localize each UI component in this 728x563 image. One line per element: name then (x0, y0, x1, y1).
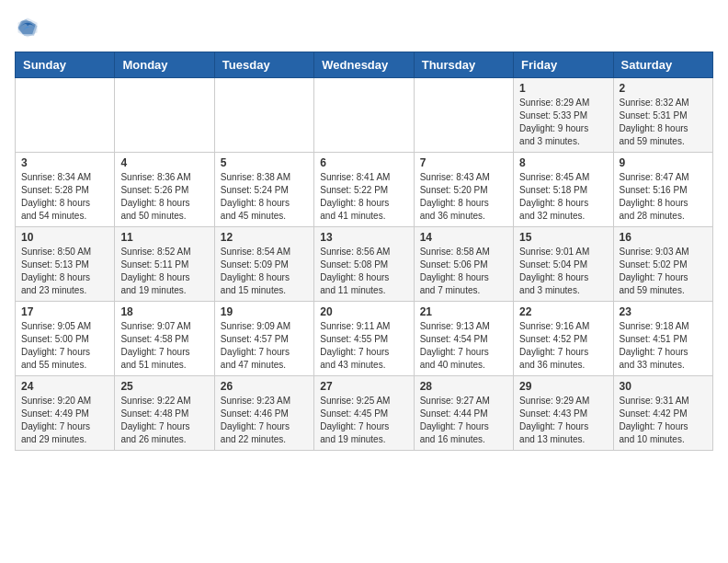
day-number: 19 (221, 305, 308, 318)
calendar-cell (314, 78, 414, 153)
calendar-cell: 3Sunrise: 8:34 AM Sunset: 5:28 PM Daylig… (16, 153, 115, 227)
day-number: 4 (120, 156, 208, 169)
column-header-monday: Monday (115, 52, 214, 78)
day-details: Sunrise: 9:07 AM Sunset: 4:58 PM Dayligh… (120, 320, 208, 372)
column-header-wednesday: Wednesday (314, 52, 414, 78)
day-number: 8 (519, 156, 607, 169)
calendar-cell: 28Sunrise: 9:27 AM Sunset: 4:44 PM Dayli… (414, 376, 513, 451)
day-number: 11 (120, 231, 208, 244)
calendar-cell: 22Sunrise: 9:16 AM Sunset: 4:52 PM Dayli… (514, 302, 613, 376)
calendar-cell: 6Sunrise: 8:41 AM Sunset: 5:22 PM Daylig… (314, 153, 414, 227)
day-details: Sunrise: 9:22 AM Sunset: 4:48 PM Dayligh… (120, 395, 208, 446)
day-details: Sunrise: 9:13 AM Sunset: 4:54 PM Dayligh… (420, 320, 507, 372)
calendar-cell (214, 78, 313, 153)
day-details: Sunrise: 8:38 AM Sunset: 5:24 PM Dayligh… (221, 171, 308, 223)
day-number: 13 (320, 231, 407, 244)
calendar-week-row: 10Sunrise: 8:50 AM Sunset: 5:13 PM Dayli… (16, 227, 713, 302)
calendar-table: SundayMondayTuesdayWednesdayThursdayFrid… (15, 52, 713, 451)
day-number: 14 (420, 231, 507, 244)
day-number: 21 (420, 305, 507, 318)
day-details: Sunrise: 8:56 AM Sunset: 5:08 PM Dayligh… (320, 246, 407, 297)
day-number: 9 (620, 156, 707, 169)
calendar-header-row: SundayMondayTuesdayWednesdayThursdayFrid… (16, 52, 713, 78)
day-number: 2 (620, 82, 707, 95)
day-number: 29 (519, 380, 607, 393)
calendar-cell (16, 78, 115, 153)
day-number: 30 (620, 380, 707, 393)
day-details: Sunrise: 8:45 AM Sunset: 5:18 PM Dayligh… (519, 171, 607, 223)
calendar-cell: 23Sunrise: 9:18 AM Sunset: 4:51 PM Dayli… (613, 302, 712, 376)
day-number: 28 (420, 380, 507, 393)
calendar-cell: 25Sunrise: 9:22 AM Sunset: 4:48 PM Dayli… (115, 376, 214, 451)
day-details: Sunrise: 9:11 AM Sunset: 4:55 PM Dayligh… (320, 320, 407, 372)
calendar-cell: 21Sunrise: 9:13 AM Sunset: 4:54 PM Dayli… (414, 302, 513, 376)
calendar-week-row: 3Sunrise: 8:34 AM Sunset: 5:28 PM Daylig… (16, 153, 713, 227)
calendar-cell: 30Sunrise: 9:31 AM Sunset: 4:42 PM Dayli… (613, 376, 712, 451)
column-header-thursday: Thursday (414, 52, 513, 78)
day-number: 23 (620, 305, 707, 318)
calendar-cell: 11Sunrise: 8:52 AM Sunset: 5:11 PM Dayli… (115, 227, 214, 302)
calendar-cell (115, 78, 214, 153)
calendar-cell: 12Sunrise: 8:54 AM Sunset: 5:09 PM Dayli… (214, 227, 313, 302)
day-number: 7 (420, 156, 507, 169)
day-number: 25 (120, 380, 208, 393)
day-details: Sunrise: 9:29 AM Sunset: 4:43 PM Dayligh… (519, 395, 607, 446)
day-details: Sunrise: 9:31 AM Sunset: 4:42 PM Dayligh… (620, 395, 707, 446)
day-details: Sunrise: 8:34 AM Sunset: 5:28 PM Dayligh… (21, 171, 108, 223)
day-details: Sunrise: 8:47 AM Sunset: 5:16 PM Dayligh… (620, 171, 707, 223)
calendar-cell: 10Sunrise: 8:50 AM Sunset: 5:13 PM Dayli… (16, 227, 115, 302)
day-details: Sunrise: 9:05 AM Sunset: 5:00 PM Dayligh… (21, 320, 108, 372)
day-details: Sunrise: 8:32 AM Sunset: 5:31 PM Dayligh… (620, 97, 707, 148)
calendar-cell: 5Sunrise: 8:38 AM Sunset: 5:24 PM Daylig… (214, 153, 313, 227)
day-details: Sunrise: 8:43 AM Sunset: 5:20 PM Dayligh… (420, 171, 507, 223)
day-details: Sunrise: 8:52 AM Sunset: 5:11 PM Dayligh… (120, 246, 208, 297)
page-header (15, 15, 713, 40)
day-details: Sunrise: 8:54 AM Sunset: 5:09 PM Dayligh… (221, 246, 308, 297)
day-details: Sunrise: 9:20 AM Sunset: 4:49 PM Dayligh… (21, 395, 108, 446)
day-details: Sunrise: 9:16 AM Sunset: 4:52 PM Dayligh… (519, 320, 607, 372)
calendar-cell: 19Sunrise: 9:09 AM Sunset: 4:57 PM Dayli… (214, 302, 313, 376)
day-number: 12 (221, 231, 308, 244)
calendar-cell: 27Sunrise: 9:25 AM Sunset: 4:45 PM Dayli… (314, 376, 414, 451)
day-details: Sunrise: 8:29 AM Sunset: 5:33 PM Dayligh… (519, 97, 607, 148)
calendar-cell: 18Sunrise: 9:07 AM Sunset: 4:58 PM Dayli… (115, 302, 214, 376)
day-number: 27 (320, 380, 407, 393)
day-details: Sunrise: 9:03 AM Sunset: 5:02 PM Dayligh… (620, 246, 707, 297)
day-number: 16 (620, 231, 707, 244)
day-details: Sunrise: 9:23 AM Sunset: 4:46 PM Dayligh… (221, 395, 308, 446)
calendar-cell: 7Sunrise: 8:43 AM Sunset: 5:20 PM Daylig… (414, 153, 513, 227)
calendar-cell: 20Sunrise: 9:11 AM Sunset: 4:55 PM Dayli… (314, 302, 414, 376)
calendar-cell: 29Sunrise: 9:29 AM Sunset: 4:43 PM Dayli… (514, 376, 613, 451)
day-details: Sunrise: 9:18 AM Sunset: 4:51 PM Dayligh… (620, 320, 707, 372)
day-number: 5 (221, 156, 308, 169)
calendar-cell: 17Sunrise: 9:05 AM Sunset: 5:00 PM Dayli… (16, 302, 115, 376)
day-number: 26 (221, 380, 308, 393)
calendar-week-row: 1Sunrise: 8:29 AM Sunset: 5:33 PM Daylig… (16, 78, 713, 153)
day-details: Sunrise: 8:41 AM Sunset: 5:22 PM Dayligh… (320, 171, 407, 223)
calendar-cell: 24Sunrise: 9:20 AM Sunset: 4:49 PM Dayli… (16, 376, 115, 451)
column-header-saturday: Saturday (613, 52, 712, 78)
day-number: 3 (21, 156, 108, 169)
calendar-cell: 8Sunrise: 8:45 AM Sunset: 5:18 PM Daylig… (514, 153, 613, 227)
day-details: Sunrise: 8:58 AM Sunset: 5:06 PM Dayligh… (420, 246, 507, 297)
day-number: 1 (519, 82, 607, 95)
day-details: Sunrise: 9:09 AM Sunset: 4:57 PM Dayligh… (221, 320, 308, 372)
calendar-cell: 9Sunrise: 8:47 AM Sunset: 5:16 PM Daylig… (613, 153, 712, 227)
column-header-tuesday: Tuesday (214, 52, 313, 78)
logo (15, 15, 44, 40)
day-details: Sunrise: 9:25 AM Sunset: 4:45 PM Dayligh… (320, 395, 407, 446)
calendar-cell: 1Sunrise: 8:29 AM Sunset: 5:33 PM Daylig… (514, 78, 613, 153)
calendar-week-row: 24Sunrise: 9:20 AM Sunset: 4:49 PM Dayli… (16, 376, 713, 451)
day-number: 20 (320, 305, 407, 318)
calendar-week-row: 17Sunrise: 9:05 AM Sunset: 5:00 PM Dayli… (16, 302, 713, 376)
logo-icon (15, 15, 40, 40)
calendar-cell: 4Sunrise: 8:36 AM Sunset: 5:26 PM Daylig… (115, 153, 214, 227)
day-details: Sunrise: 9:27 AM Sunset: 4:44 PM Dayligh… (420, 395, 507, 446)
day-details: Sunrise: 9:01 AM Sunset: 5:04 PM Dayligh… (519, 246, 607, 297)
day-number: 17 (21, 305, 108, 318)
column-header-friday: Friday (514, 52, 613, 78)
calendar-cell: 2Sunrise: 8:32 AM Sunset: 5:31 PM Daylig… (613, 78, 712, 153)
calendar-cell: 14Sunrise: 8:58 AM Sunset: 5:06 PM Dayli… (414, 227, 513, 302)
day-details: Sunrise: 8:50 AM Sunset: 5:13 PM Dayligh… (21, 246, 108, 297)
calendar-cell (414, 78, 513, 153)
